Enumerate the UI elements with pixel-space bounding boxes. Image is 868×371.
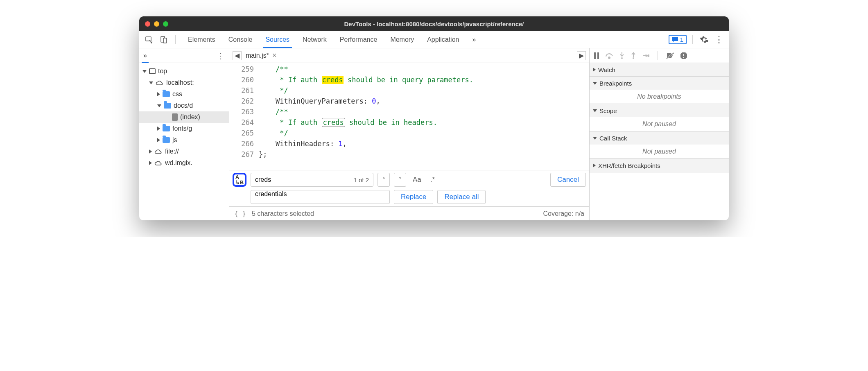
pretty-print-icon[interactable]: { } — [234, 210, 246, 217]
coverage-info: Coverage: n/a — [543, 210, 584, 217]
cloud-icon — [154, 160, 163, 166]
svg-rect-11 — [683, 54, 684, 56]
replace-toggle-icon[interactable]: A↳B — [233, 173, 246, 187]
tree-item-js[interactable]: js — [139, 134, 229, 146]
watch-section-header[interactable]: Watch — [590, 63, 729, 76]
main-toolbar: Elements Console Sources Network Perform… — [139, 31, 729, 48]
search-match: creds — [322, 118, 345, 127]
tree-item-top[interactable]: top — [139, 66, 229, 77]
scope-empty: Not paused — [590, 117, 729, 131]
svg-rect-12 — [683, 57, 684, 58]
svg-rect-2 — [163, 38, 167, 43]
tab-memory[interactable]: Memory — [384, 31, 420, 48]
frame-icon — [149, 68, 156, 74]
tree-item-fonts[interactable]: fonts/g — [139, 123, 229, 134]
deactivate-breakpoints-icon[interactable] — [666, 52, 674, 59]
svg-rect-3 — [594, 52, 596, 59]
scope-section-header[interactable]: Scope — [590, 104, 729, 117]
sidebar-menu-icon[interactable]: ⋮ — [217, 51, 225, 61]
step-over-icon[interactable] — [605, 52, 613, 59]
file-tree: top localhost: css docs/d (index) fonts/… — [139, 63, 229, 171]
tab-elements[interactable]: Elements — [181, 31, 222, 48]
search-match-current: creds — [322, 76, 344, 84]
prev-match-button[interactable]: ˄ — [377, 173, 390, 187]
tab-sources[interactable]: Sources — [259, 31, 296, 48]
more-tabs-icon[interactable]: » — [466, 31, 482, 48]
kebab-menu-icon[interactable]: ⋮ — [713, 34, 725, 45]
selection-info: 5 characters selected — [252, 210, 314, 217]
panel-tabs: Elements Console Sources Network Perform… — [181, 31, 482, 48]
navigator-more-icon[interactable]: » — [143, 52, 147, 59]
tree-item-docs[interactable]: docs/d — [139, 100, 229, 111]
window-title: DevTools - localhost:8080/docs/devtools/… — [139, 20, 729, 27]
navigator-sidebar: » ⋮ top localhost: css docs/d (index) fo… — [139, 48, 229, 220]
code-editor: ◀ main.js* × ▶ 2592602612622632642652662… — [229, 48, 590, 220]
breakpoints-empty: No breakpoints — [590, 90, 729, 104]
close-tab-icon[interactable]: × — [272, 51, 277, 60]
device-toolbar-icon[interactable] — [158, 34, 170, 45]
line-gutter: 259260261262263264265266267 — [229, 63, 259, 170]
tree-item-css[interactable]: css — [139, 88, 229, 100]
tree-item-localhost[interactable]: localhost: — [139, 77, 229, 88]
settings-gear-icon[interactable] — [698, 34, 710, 45]
tree-item-index[interactable]: (index) — [139, 111, 229, 123]
replace-all-button[interactable]: Replace all — [437, 190, 486, 204]
folder-icon — [163, 91, 170, 97]
editor-tab-main[interactable]: main.js* × — [246, 51, 276, 60]
folder-icon — [164, 103, 171, 109]
svg-point-5 — [608, 57, 610, 59]
replace-button[interactable]: Replace — [394, 190, 433, 204]
step-icon[interactable] — [642, 53, 649, 59]
step-into-icon[interactable] — [619, 52, 625, 59]
tab-performance[interactable]: Performance — [333, 31, 384, 48]
tab-application[interactable]: Application — [420, 31, 466, 48]
svg-rect-0 — [146, 37, 151, 41]
next-match-button[interactable]: ˅ — [394, 173, 406, 187]
titlebar: DevTools - localhost:8080/docs/devtools/… — [139, 16, 729, 31]
callstack-section-header[interactable]: Call Stack — [590, 131, 729, 145]
debugger-pane: Watch Breakpoints No breakpoints Scope N… — [590, 48, 729, 220]
xhr-section-header[interactable]: XHR/fetch Breakpoints — [590, 159, 729, 172]
debugger-toolbar — [590, 48, 729, 63]
regex-toggle[interactable]: .* — [428, 176, 437, 184]
nav-forward-icon[interactable]: ▶ — [577, 51, 586, 60]
folder-icon — [163, 126, 170, 131]
file-icon — [172, 113, 178, 121]
replace-input[interactable]: credentials — [251, 190, 390, 204]
code-lines: /** * If auth creds should be in query p… — [259, 63, 589, 170]
find-input[interactable]: creds 1 of 2 — [251, 173, 373, 187]
main-area: » ⋮ top localhost: css docs/d (index) fo… — [139, 48, 729, 220]
svg-point-6 — [621, 57, 623, 59]
folder-icon — [163, 137, 170, 143]
match-count: 1 of 2 — [353, 176, 369, 183]
nav-back-icon[interactable]: ◀ — [233, 51, 242, 60]
svg-rect-4 — [597, 52, 599, 59]
tab-console[interactable]: Console — [222, 31, 259, 48]
tree-item-imgix[interactable]: wd.imgix. — [139, 157, 229, 169]
console-errors-badge[interactable]: 1 — [669, 35, 687, 44]
step-out-icon[interactable] — [631, 52, 636, 59]
svg-point-7 — [633, 57, 634, 59]
pause-icon[interactable] — [594, 52, 599, 59]
tree-item-file[interactable]: file:// — [139, 146, 229, 157]
editor-filename: main.js* — [246, 52, 269, 59]
svg-point-8 — [648, 55, 649, 57]
cloud-icon — [154, 149, 163, 154]
devtools-window: DevTools - localhost:8080/docs/devtools/… — [139, 16, 729, 220]
find-replace-bar: A↳B creds 1 of 2 ˄ ˅ Aa .* Cancel creden… — [229, 170, 589, 206]
editor-statusbar: { } 5 characters selected Coverage: n/a — [229, 206, 589, 220]
code-area[interactable]: 259260261262263264265266267 /** * If aut… — [229, 63, 589, 170]
breakpoints-section-header[interactable]: Breakpoints — [590, 77, 729, 90]
match-case-toggle[interactable]: Aa — [410, 176, 424, 184]
callstack-empty: Not paused — [590, 145, 729, 158]
inspect-element-icon[interactable] — [143, 34, 155, 45]
sidebar-header: » ⋮ — [139, 48, 229, 63]
cancel-button[interactable]: Cancel — [550, 173, 586, 187]
console-count: 1 — [680, 36, 683, 43]
find-value: creds — [255, 176, 271, 183]
pause-on-exceptions-icon[interactable] — [680, 52, 687, 59]
editor-tab-bar: ◀ main.js* × ▶ — [229, 48, 589, 63]
cloud-icon — [156, 80, 164, 86]
tab-network[interactable]: Network — [296, 31, 333, 48]
